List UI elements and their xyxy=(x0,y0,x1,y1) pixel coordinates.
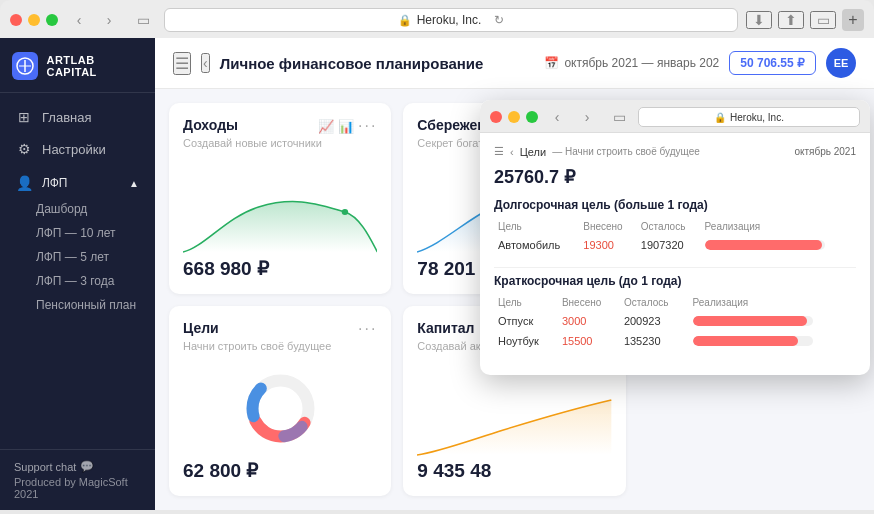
line-chart-icon[interactable]: 📈 xyxy=(318,119,334,134)
col-deposited: Внесено xyxy=(579,218,637,235)
sidebar-item-main[interactable]: ⊞ Главная xyxy=(0,101,155,133)
traffic-lights xyxy=(10,14,58,26)
income-card-subtitle: Создавай новые источники xyxy=(183,137,377,149)
overlay-window: ‹ › ▭ 🔒 Heroku, Inc. ☰ ‹ Цели — Начни ст… xyxy=(480,100,870,375)
forward-nav-button[interactable]: › xyxy=(96,11,122,29)
svg-point-3 xyxy=(342,209,348,215)
goal-remaining: 1907320 xyxy=(637,235,701,255)
goal-name: Ноутбук xyxy=(494,331,558,351)
date-range: 📅 октябрь 2021 — январь 202 xyxy=(544,56,719,70)
long-term-table: Цель Внесено Осталось Реализация Автомоб… xyxy=(494,218,856,255)
goal-progress xyxy=(689,331,856,351)
col-realization: Реализация xyxy=(701,218,856,235)
reload-icon: ↻ xyxy=(494,13,504,27)
lock-icon: 🔒 xyxy=(398,14,412,27)
capital-value: 9 435 48 xyxy=(417,460,611,482)
goals-value: 62 800 ₽ xyxy=(183,459,377,482)
avatar[interactable]: ЕЕ xyxy=(826,48,856,78)
overlay-nav: ☰ ‹ Цели — Начни строить своё будущее xyxy=(494,145,700,158)
support-label: Support chat xyxy=(14,461,76,473)
table-row: Отпуск 3000 200923 xyxy=(494,311,856,331)
overlay-maximize-button[interactable] xyxy=(526,111,538,123)
sidebar-footer: Support chat 💬 Produced by MagicSoft 202… xyxy=(0,449,155,510)
calendar-icon: 📅 xyxy=(544,56,559,70)
sidebar: ARTLAB CAPITAL ⊞ Главная ⚙ Настройки 👤 Л… xyxy=(0,38,155,510)
extensions-button[interactable]: ▭ xyxy=(810,11,836,29)
col-deposited: Внесено xyxy=(558,294,620,311)
goals-card-title: Цели xyxy=(183,320,219,336)
short-term-title: Краткосрочная цель (до 1 года) xyxy=(494,274,856,288)
bar-chart-icon[interactable]: 📊 xyxy=(338,119,354,134)
maximize-button[interactable] xyxy=(46,14,58,26)
page-header: ☰ ‹ Личное финансовое планирование 📅 окт… xyxy=(155,38,874,89)
sidebar-item-main-label: Главная xyxy=(42,110,91,125)
footer-credit: Produced by MagicSoft 2021 xyxy=(14,476,141,500)
more-options-button[interactable]: ··· xyxy=(358,117,377,135)
short-term-table: Цель Внесено Осталось Реализация Отпуск … xyxy=(494,294,856,351)
goal-name: Отпуск xyxy=(494,311,558,331)
sidebar-item-lfp5[interactable]: ЛФП — 5 лет xyxy=(0,245,155,269)
overlay-chrome: ‹ › ▭ 🔒 Heroku, Inc. xyxy=(480,100,870,133)
chevron-up-icon: ▲ xyxy=(129,178,139,189)
close-button[interactable] xyxy=(10,14,22,26)
overlay-hamburger-icon: ☰ xyxy=(494,145,504,158)
support-chat-link[interactable]: Support chat 💬 xyxy=(14,460,141,473)
sidebar-item-lfp10[interactable]: ЛФП — 10 лет xyxy=(0,221,155,245)
menu-button[interactable]: ☰ xyxy=(173,52,191,75)
goal-progress xyxy=(689,311,856,331)
overlay-balance: 25760.7 ₽ xyxy=(494,166,856,188)
overlay-header: ☰ ‹ Цели — Начни строить своё будущее ок… xyxy=(494,145,856,158)
gear-icon: ⚙ xyxy=(16,141,32,157)
date-range-text: октябрь 2021 — январь 202 xyxy=(564,56,719,70)
new-tab-button[interactable]: + xyxy=(842,9,864,31)
capital-card-title: Капитал xyxy=(417,320,474,336)
income-card-title: Доходы xyxy=(183,117,238,133)
overlay-close-button[interactable] xyxy=(490,111,502,123)
sidebar-logo: ARTLAB CAPITAL xyxy=(0,38,155,93)
chat-icon: 💬 xyxy=(80,460,94,473)
section-divider xyxy=(494,267,856,268)
browser-chrome: ‹ › ▭ 🔒 Heroku, Inc. ↻ ⬇ ⬆ ▭ + xyxy=(0,0,874,38)
col-goal: Цель xyxy=(494,294,558,311)
home-icon: ⊞ xyxy=(16,109,32,125)
overlay-nav-title: Цели xyxy=(520,146,546,158)
more-options-button[interactable]: ··· xyxy=(358,320,377,338)
page-title: Личное финансовое планирование xyxy=(220,55,535,72)
minimize-button[interactable] xyxy=(28,14,40,26)
goal-deposited: 3000 xyxy=(558,311,620,331)
sidebar-item-dashboard[interactable]: Дашборд xyxy=(0,197,155,221)
table-row: Ноутбук 15500 135230 xyxy=(494,331,856,351)
overlay-content: ☰ ‹ Цели — Начни строить своё будущее ок… xyxy=(480,133,870,375)
table-row: Автомобиль 19300 1907320 xyxy=(494,235,856,255)
back-button[interactable]: ‹ xyxy=(201,53,210,73)
address-bar[interactable]: 🔒 Heroku, Inc. ↻ xyxy=(164,8,738,32)
person-icon: 👤 xyxy=(16,175,32,191)
overlay-back-button[interactable]: ‹ xyxy=(544,108,570,126)
goal-remaining: 200923 xyxy=(620,311,689,331)
overlay-forward-button[interactable]: › xyxy=(574,108,600,126)
short-term-section: Краткосрочная цель (до 1 года) Цель Внес… xyxy=(494,274,856,351)
sidebar-item-settings[interactable]: ⚙ Настройки xyxy=(0,133,155,165)
overlay-sidebar-toggle[interactable]: ▭ xyxy=(606,108,632,126)
balance-badge[interactable]: 50 706.55 ₽ xyxy=(729,51,816,75)
income-card: Доходы 📈 📊 ··· Создавай новые источники xyxy=(169,103,391,294)
sidebar-item-pension[interactable]: Пенсионный план xyxy=(0,293,155,317)
overlay-address-bar[interactable]: 🔒 Heroku, Inc. xyxy=(638,107,860,127)
overlay-date: октябрь 2021 xyxy=(794,146,856,157)
url-text: Heroku, Inc. xyxy=(417,13,482,27)
overlay-nav-separator: ‹ xyxy=(510,146,514,158)
overlay-lock-icon: 🔒 xyxy=(714,112,726,123)
sidebar-toggle-button[interactable]: ▭ xyxy=(130,11,156,29)
sidebar-section-lfp: 👤 ЛФП ▲ Дашборд ЛФП — 10 лет ЛФП — 5 лет… xyxy=(0,165,155,321)
logo-icon xyxy=(12,52,38,80)
back-nav-button[interactable]: ‹ xyxy=(66,11,92,29)
sidebar-nav: ⊞ Главная ⚙ Настройки 👤 ЛФП ▲ Дашборд ЛФ… xyxy=(0,93,155,449)
col-remaining: Осталось xyxy=(637,218,701,235)
overlay-minimize-button[interactable] xyxy=(508,111,520,123)
long-term-section: Долгосрочная цель (больше 1 года) Цель В… xyxy=(494,198,856,255)
sidebar-lfp-toggle[interactable]: 👤 ЛФП ▲ xyxy=(0,169,155,197)
sidebar-item-lfp3[interactable]: ЛФП — 3 года xyxy=(0,269,155,293)
download-button[interactable]: ⬇ xyxy=(746,11,772,29)
share-button[interactable]: ⬆ xyxy=(778,11,804,29)
logo-text: ARTLAB CAPITAL xyxy=(46,54,143,78)
